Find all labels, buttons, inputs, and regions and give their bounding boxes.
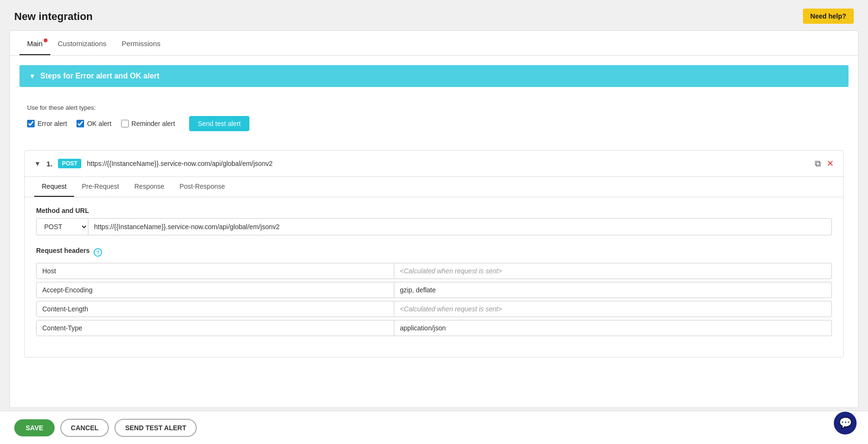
header-key-3[interactable] (36, 301, 394, 317)
step-tab-response[interactable]: Response (127, 177, 172, 197)
headers-label: Request headers (36, 247, 90, 254)
section-header[interactable]: ▼ Steps for Error alert and OK alert (19, 65, 849, 87)
header-key-4[interactable] (36, 320, 394, 336)
header-value-3[interactable] (394, 301, 832, 317)
send-test-alert-button[interactable]: SEND TEST ALERT (114, 419, 197, 437)
tab-main[interactable]: Main (19, 31, 50, 55)
header-row-2 (36, 282, 832, 298)
page-title: New integration (0, 0, 868, 30)
tab-bar: Main Customizations Permissions (10, 31, 858, 56)
step-number: 1. (47, 160, 53, 168)
step-expand-chevron-icon[interactable]: ▼ (34, 160, 41, 167)
error-alert-checkbox[interactable] (27, 120, 35, 127)
main-tab-dot (44, 39, 48, 42)
copy-icon[interactable]: ⧉ (815, 159, 821, 169)
header-row-4 (36, 320, 832, 336)
header-row-3 (36, 301, 832, 317)
headers-help-icon[interactable]: ? (94, 248, 102, 257)
send-test-alert-inline-button[interactable]: Send test alert (189, 116, 249, 131)
request-headers-group: Request headers ? (36, 247, 832, 336)
header-key-2[interactable] (36, 282, 394, 298)
need-help-button[interactable]: Need help? (803, 9, 854, 24)
headers-label-row: Request headers ? (36, 247, 832, 258)
header-value-2[interactable] (394, 282, 832, 298)
error-alert-label: Error alert (38, 120, 67, 127)
header-key-1[interactable] (36, 263, 394, 279)
section-chevron-icon: ▼ (29, 72, 36, 80)
step-actions: ⧉ ✕ (815, 158, 834, 169)
ok-alert-label: OK alert (87, 120, 111, 127)
cancel-button[interactable]: CANCEL (60, 419, 109, 437)
section-title: Steps for Error alert and OK alert (40, 72, 160, 80)
chat-bubble[interactable]: 💬 (834, 412, 857, 434)
url-input[interactable] (88, 218, 832, 235)
alert-types-label: Use for these alert types: (27, 104, 841, 111)
delete-icon[interactable]: ✕ (827, 158, 834, 169)
step-tab-bar: Request Pre-Request Response Post-Respon… (25, 176, 843, 197)
step-method-badge: POST (58, 159, 81, 168)
step-tab-request[interactable]: Request (34, 177, 74, 197)
method-url-group: Method and URL POST GET PUT PATCH DELETE (36, 207, 832, 235)
error-alert-checkbox-item[interactable]: Error alert (27, 120, 67, 127)
step-header: ▼ 1. POST https://{{InstanceName}}.servi… (25, 151, 843, 176)
tab-customizations[interactable]: Customizations (50, 31, 114, 55)
tab-permissions[interactable]: Permissions (114, 31, 168, 55)
header-value-1[interactable] (394, 263, 832, 279)
method-url-row: POST GET PUT PATCH DELETE (36, 218, 832, 235)
alert-types-section: Use for these alert types: Error alert O… (10, 97, 858, 141)
method-select[interactable]: POST GET PUT PATCH DELETE (36, 218, 88, 235)
main-card: Main Customizations Permissions ▼ Steps … (10, 30, 858, 408)
bottom-bar: SAVE CANCEL SEND TEST ALERT (0, 411, 868, 444)
alert-types-row: Error alert OK alert Reminder alert Send… (27, 116, 841, 131)
ok-alert-checkbox-item[interactable]: OK alert (76, 120, 111, 127)
header-row-1 (36, 263, 832, 279)
step-content: Method and URL POST GET PUT PATCH DELETE… (25, 197, 843, 357)
method-url-label: Method and URL (36, 207, 832, 214)
chat-bubble-icon: 💬 (839, 417, 852, 429)
header-value-4[interactable] (394, 320, 832, 336)
reminder-alert-checkbox[interactable] (121, 120, 129, 127)
step-tab-post-response[interactable]: Post-Response (172, 177, 233, 197)
save-button[interactable]: SAVE (14, 419, 55, 436)
step-url-display: https://{{InstanceName}}.service-now.com… (87, 160, 809, 167)
step-card: ▼ 1. POST https://{{InstanceName}}.servi… (24, 150, 844, 357)
ok-alert-checkbox[interactable] (76, 120, 84, 127)
reminder-alert-label: Reminder alert (132, 120, 175, 127)
reminder-alert-checkbox-item[interactable]: Reminder alert (121, 120, 175, 127)
step-tab-pre-request[interactable]: Pre-Request (74, 177, 127, 197)
